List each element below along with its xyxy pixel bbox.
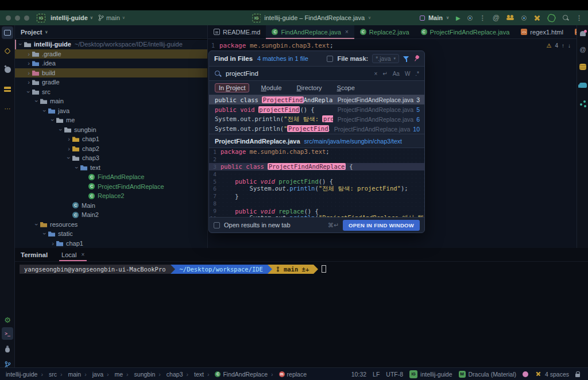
close-terminal-tab-icon[interactable]: × bbox=[81, 251, 84, 258]
breadcrumb-item[interactable]: main bbox=[57, 371, 81, 378]
more-tool-windows-button[interactable]: ⋯ bbox=[0, 102, 15, 115]
git-branch-widget[interactable]: main ∨ bbox=[98, 14, 125, 21]
file-mask-checkbox[interactable] bbox=[327, 56, 333, 62]
close-tab-icon[interactable]: × bbox=[345, 29, 349, 35]
editor-tab[interactable]: Replace2.java × bbox=[354, 25, 415, 38]
breadcrumb-item[interactable]: java bbox=[81, 371, 103, 378]
tree-item[interactable]: › chap1 bbox=[15, 134, 207, 144]
match-case-icon[interactable]: Aa bbox=[393, 71, 400, 77]
breadcrumb-item[interactable]: intellij-guide bbox=[6, 371, 37, 378]
tree-chevron-icon[interactable]: › bbox=[42, 230, 48, 237]
window-close-button[interactable] bbox=[6, 15, 11, 21]
terminal-tool-window-button[interactable]: >_ bbox=[2, 327, 13, 340]
tree-chevron-icon[interactable]: › bbox=[49, 241, 56, 246]
tree-item[interactable]: › Main bbox=[15, 201, 207, 211]
newline-icon[interactable]: ↵ bbox=[382, 71, 387, 77]
tree-item[interactable]: › .gradle bbox=[15, 49, 207, 59]
tree-chevron-icon[interactable]: › bbox=[58, 126, 64, 133]
clear-icon[interactable]: × bbox=[374, 71, 377, 77]
file-encoding[interactable]: UTF-8 bbox=[386, 371, 403, 378]
tree-chevron-icon[interactable]: › bbox=[50, 117, 56, 123]
scope-tab[interactable]: Module bbox=[257, 84, 285, 92]
breadcrumb-item[interactable]: src bbox=[37, 371, 57, 378]
tree-item[interactable]: › build bbox=[15, 68, 207, 78]
caret-position[interactable]: 10:32 bbox=[351, 371, 366, 378]
tree-chevron-icon[interactable]: › bbox=[42, 107, 48, 114]
file-lock-icon[interactable] bbox=[575, 374, 580, 377]
tree-chevron-icon[interactable]: › bbox=[25, 51, 32, 57]
services-tool-window-button[interactable]: ⚙ bbox=[0, 313, 15, 326]
search-everywhere-icon[interactable] bbox=[562, 14, 569, 21]
open-in-new-tab-checkbox[interactable] bbox=[214, 222, 220, 228]
breadcrumb-item[interactable]: me bbox=[103, 371, 123, 378]
problems-tool-window-button[interactable] bbox=[0, 343, 15, 356]
tree-item[interactable]: › sungbin bbox=[15, 125, 207, 135]
tree-chevron-icon[interactable]: › bbox=[65, 136, 72, 142]
run-button[interactable]: ▶ bbox=[456, 15, 461, 21]
tree-chevron-icon[interactable]: › bbox=[18, 41, 24, 48]
preview-editor[interactable]: 1 package me.sungbin.chap3.text; 2 3 pub… bbox=[209, 148, 424, 217]
prev-problem-icon[interactable]: ↑ bbox=[562, 42, 564, 49]
window-minimize-button[interactable] bbox=[15, 15, 20, 21]
tree-item[interactable]: › chap1 bbox=[15, 239, 207, 249]
pin-icon[interactable] bbox=[412, 54, 420, 63]
terminal-prompt[interactable]: yangseongbin@yangseongbin-ui-MacBookPro … bbox=[20, 265, 588, 274]
breadcrumb-item[interactable]: sungbin bbox=[123, 371, 155, 378]
tree-chevron-icon[interactable]: › bbox=[25, 60, 32, 66]
tree-item[interactable]: › text bbox=[15, 163, 207, 173]
notifications-button[interactable] bbox=[577, 28, 588, 39]
search-result-row[interactable]: public void projectFind() { ProjectFindA… bbox=[209, 104, 424, 114]
open-in-find-window-button[interactable]: OPEN IN FIND WINDOW bbox=[343, 220, 420, 231]
tree-item[interactable]: › src bbox=[15, 87, 207, 97]
terminal-tab-local[interactable]: Local × bbox=[61, 248, 84, 261]
commit-tool-window-button[interactable] bbox=[0, 45, 15, 57]
editor-tab[interactable]: regex1.html × bbox=[515, 25, 568, 38]
tree-chevron-icon[interactable]: › bbox=[34, 98, 40, 104]
main-menu-kebab-icon[interactable]: ⋮ bbox=[576, 14, 582, 22]
tree-item[interactable]: › java bbox=[15, 106, 207, 116]
build-tools-icon[interactable] bbox=[533, 14, 541, 22]
more-run-options-icon[interactable]: ⋮ bbox=[479, 14, 486, 22]
window-zoom-button[interactable] bbox=[24, 15, 29, 21]
tree-item[interactable]: › gradle bbox=[15, 77, 207, 87]
code-with-me-icon[interactable] bbox=[506, 15, 514, 21]
scope-tab[interactable]: Directory bbox=[293, 84, 326, 92]
tree-item[interactable]: › static bbox=[15, 229, 207, 239]
tree-chevron-icon[interactable]: › bbox=[25, 79, 32, 85]
tree-item[interactable]: › resources bbox=[15, 220, 207, 230]
editor-tab[interactable]: README.md × bbox=[208, 25, 266, 38]
color-scheme-dot[interactable] bbox=[523, 371, 528, 377]
project-tool-window-button[interactable] bbox=[2, 26, 13, 39]
tree-chevron-icon[interactable]: › bbox=[65, 146, 72, 152]
theme-widget[interactable]: M Dracula (Material) bbox=[459, 371, 516, 378]
database-tool-window-button[interactable] bbox=[577, 61, 588, 72]
search-result-row[interactable]: System.out.println("ProjectFindAndReplac… bbox=[209, 124, 424, 134]
indent-widget[interactable]: 4 spaces bbox=[535, 370, 569, 378]
inspection-widget[interactable]: ⚠ 4 ↑ ↓ bbox=[546, 42, 571, 49]
project-widget[interactable]: IG intellij-guide bbox=[409, 370, 452, 378]
filter-icon[interactable] bbox=[403, 56, 409, 62]
search-result-row[interactable]: public class ProjectFindAndReplace { Pro… bbox=[209, 95, 424, 104]
tree-item[interactable]: › FindAndReplace bbox=[15, 172, 207, 182]
editor-tab[interactable]: FindAndReplace.java × bbox=[266, 25, 354, 38]
tree-chevron-icon[interactable]: › bbox=[26, 88, 32, 95]
structure-tool-window-button[interactable] bbox=[0, 83, 15, 95]
search-query[interactable]: projectFind bbox=[226, 70, 258, 77]
tree-item[interactable]: › me bbox=[15, 115, 207, 125]
breadcrumb-item[interactable]: FindAndReplace bbox=[204, 371, 268, 378]
file-mask-dropdown[interactable]: *.java ▾ bbox=[372, 54, 399, 63]
tree-chevron-icon[interactable]: › bbox=[74, 164, 80, 171]
tree-chevron-icon[interactable]: › bbox=[34, 221, 40, 228]
tree-item[interactable]: › Main2 bbox=[15, 210, 207, 220]
breadcrumb-item[interactable]: chap3 bbox=[155, 371, 183, 378]
tree-item[interactable]: › main bbox=[15, 96, 207, 106]
breadcrumb-item[interactable]: text bbox=[183, 371, 203, 378]
search-result-row[interactable]: System.out.println("전체 탐색: projectFind")… bbox=[209, 114, 424, 124]
run-configuration-selector[interactable]: Main ∨ bbox=[420, 14, 449, 21]
tree-item[interactable]: › .idea bbox=[15, 59, 207, 68]
ai-assistant-tool-window-button[interactable]: @ bbox=[577, 44, 588, 55]
ai-assistant-icon[interactable]: @ bbox=[493, 14, 500, 22]
tree-item[interactable]: › Replace2 bbox=[15, 191, 207, 201]
words-icon[interactable]: W bbox=[405, 71, 410, 77]
tree-item[interactable]: › intellij-guide ~/Desktop/workspace/IDE… bbox=[15, 40, 207, 49]
